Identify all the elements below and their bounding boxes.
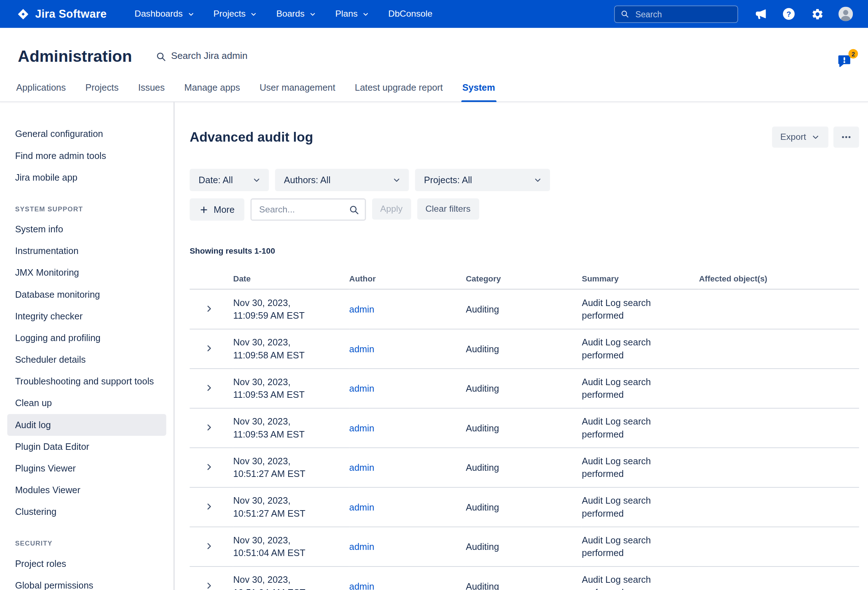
sidebar-item-clean-up[interactable]: Clean up bbox=[7, 392, 166, 414]
author-link[interactable]: admin bbox=[349, 344, 374, 354]
admin-header: Administration Search Jira admin 2 bbox=[0, 28, 868, 66]
author-link[interactable]: admin bbox=[349, 423, 374, 433]
author-link[interactable]: admin bbox=[349, 541, 374, 551]
notification-badge: 2 bbox=[849, 49, 858, 59]
log-summary: Audit Log search performed bbox=[582, 415, 674, 441]
main-content: Advanced audit log Export Date: All bbox=[175, 102, 868, 590]
user-avatar[interactable] bbox=[838, 6, 853, 22]
settings-gear-icon[interactable] bbox=[809, 6, 825, 22]
announcement-megaphone-icon[interactable] bbox=[753, 6, 768, 22]
more-filters-button[interactable]: More bbox=[189, 199, 244, 221]
expand-row-button[interactable] bbox=[201, 499, 217, 514]
authors-filter[interactable]: Authors: All bbox=[275, 169, 409, 191]
expand-row-button[interactable] bbox=[201, 341, 217, 356]
expand-row-button[interactable] bbox=[201, 301, 217, 316]
sidebar-item-plugins-viewer[interactable]: Plugins Viewer bbox=[7, 458, 166, 479]
nav-plans[interactable]: Plans bbox=[335, 9, 369, 19]
author-link[interactable]: admin bbox=[349, 502, 374, 512]
sidebar-item-troubleshooting-support-tools[interactable]: Troubleshooting and support tools bbox=[7, 371, 166, 392]
date-filter-label: Date: All bbox=[199, 175, 233, 185]
navbar-icons: ? bbox=[753, 6, 853, 22]
sidebar-item-instrumentation[interactable]: Instrumentation bbox=[7, 240, 166, 262]
table-row: Nov 30, 2023, 11:09:58 AM EST admin Audi… bbox=[189, 329, 859, 369]
table-row: Nov 30, 2023, 10:51:27 AM EST admin Audi… bbox=[189, 448, 859, 487]
log-affected-objects bbox=[699, 487, 859, 527]
help-icon[interactable]: ? bbox=[781, 6, 796, 22]
sidebar-item-logging-and-profiling[interactable]: Logging and profiling bbox=[7, 327, 166, 349]
tab-issues[interactable]: Issues bbox=[137, 82, 166, 101]
tab-latest-upgrade-report[interactable]: Latest upgrade report bbox=[354, 82, 444, 101]
sidebar-item-clustering[interactable]: Clustering bbox=[7, 501, 166, 523]
author-link[interactable]: admin bbox=[349, 304, 374, 314]
sidebar-item-jmx-monitoring[interactable]: JMX Monitoring bbox=[7, 262, 166, 284]
nav-projects[interactable]: Projects bbox=[213, 9, 257, 19]
nav-label: Projects bbox=[213, 9, 245, 19]
log-summary: Audit Log search performed bbox=[582, 573, 674, 590]
column-date: Date bbox=[233, 271, 349, 289]
expand-row-button[interactable] bbox=[201, 539, 217, 553]
nav-dashboards[interactable]: Dashboards bbox=[134, 9, 194, 19]
column-author: Author bbox=[349, 271, 466, 289]
sidebar-item-global-permissions[interactable]: Global permissions bbox=[7, 574, 166, 590]
sidebar-item-general-configuration[interactable]: General configuration bbox=[7, 123, 166, 145]
results-summary: Showing results 1-100 bbox=[189, 246, 859, 255]
global-search-input[interactable] bbox=[634, 9, 732, 19]
sidebar-item-database-monitoring[interactable]: Database monitoring bbox=[7, 284, 166, 305]
feedback-button[interactable]: 2 bbox=[837, 53, 853, 70]
tab-projects[interactable]: Projects bbox=[84, 82, 120, 101]
main-header: Advanced audit log Export bbox=[189, 127, 859, 148]
tab-applications[interactable]: Applications bbox=[15, 82, 67, 101]
tab-system[interactable]: System bbox=[461, 82, 496, 101]
apply-button[interactable]: Apply bbox=[372, 199, 411, 220]
more-filters-label: More bbox=[214, 204, 235, 215]
chevron-down-icon bbox=[309, 10, 316, 18]
log-affected-objects bbox=[699, 369, 859, 408]
expand-row-button[interactable] bbox=[201, 578, 217, 590]
admin-search[interactable]: Search Jira admin bbox=[155, 51, 248, 62]
export-button[interactable]: Export bbox=[772, 127, 828, 148]
column-expand bbox=[189, 271, 233, 289]
jira-brand[interactable]: Jira Software bbox=[17, 7, 107, 20]
audit-log-table: Date Author Category Summary Affected ob… bbox=[189, 271, 859, 590]
author-link[interactable]: admin bbox=[349, 383, 374, 393]
more-options-button[interactable] bbox=[833, 127, 859, 148]
table-row: Nov 30, 2023, 11:09:53 AM EST admin Audi… bbox=[189, 408, 859, 448]
expand-row-button[interactable] bbox=[201, 459, 217, 474]
table-row: Nov 30, 2023, 10:51:27 AM EST admin Audi… bbox=[189, 487, 859, 527]
column-category: Category bbox=[466, 271, 582, 289]
sidebar-item-audit-log[interactable]: Audit log bbox=[7, 414, 166, 436]
export-label: Export bbox=[780, 132, 806, 142]
nav-dbconsole[interactable]: DbConsole bbox=[388, 9, 433, 19]
column-summary: Summary bbox=[582, 271, 699, 289]
audit-search-input[interactable] bbox=[258, 204, 345, 215]
nav-label: Plans bbox=[335, 9, 358, 19]
author-link[interactable]: admin bbox=[349, 462, 374, 472]
tab-user-management[interactable]: User management bbox=[258, 82, 337, 101]
sidebar-item-project-roles[interactable]: Project roles bbox=[7, 553, 166, 574]
sidebar-item-plugin-data-editor[interactable]: Plugin Data Editor bbox=[7, 436, 166, 458]
log-summary: Audit Log search performed bbox=[582, 494, 674, 520]
date-filter[interactable]: Date: All bbox=[189, 169, 269, 191]
sidebar-item-integrity-checker[interactable]: Integrity checker bbox=[7, 305, 166, 327]
log-affected-objects bbox=[699, 448, 859, 487]
global-search[interactable] bbox=[614, 6, 738, 23]
table-header-row: Date Author Category Summary Affected ob… bbox=[189, 271, 859, 289]
expand-row-button[interactable] bbox=[201, 420, 217, 435]
sidebar-item-scheduler-details[interactable]: Scheduler details bbox=[7, 349, 166, 371]
chevron-down-icon bbox=[187, 10, 194, 18]
log-category: Auditing bbox=[466, 566, 582, 590]
clear-filters-button[interactable]: Clear filters bbox=[417, 199, 479, 220]
projects-filter[interactable]: Projects: All bbox=[415, 169, 550, 191]
sidebar-item-jira-mobile-app[interactable]: Jira mobile app bbox=[7, 166, 166, 188]
expand-row-button[interactable] bbox=[201, 380, 217, 395]
nav-boards[interactable]: Boards bbox=[276, 9, 316, 19]
sidebar-item-find-more-admin-tools[interactable]: Find more admin tools bbox=[7, 145, 166, 166]
author-link[interactable]: admin bbox=[349, 581, 374, 590]
tab-manage-apps[interactable]: Manage apps bbox=[183, 82, 241, 101]
audit-search[interactable] bbox=[250, 199, 366, 221]
sidebar-item-system-info[interactable]: System info bbox=[7, 219, 166, 240]
log-category: Auditing bbox=[466, 448, 582, 487]
sidebar-item-modules-viewer[interactable]: Modules Viewer bbox=[7, 479, 166, 501]
chevron-down-icon bbox=[362, 10, 369, 18]
log-summary: Audit Log search performed bbox=[582, 534, 674, 560]
